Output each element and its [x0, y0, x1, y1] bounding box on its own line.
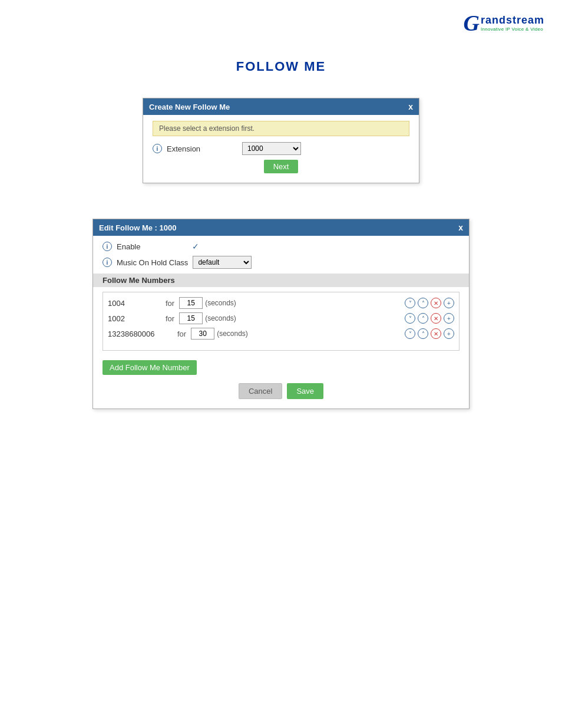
action-icons-3: ˅ ˄ ✕ + — [405, 328, 454, 339]
add-follow-me-number-button[interactable]: Add Follow Me Number — [103, 360, 197, 375]
logo-tagline: Innovative IP Voice & Video — [481, 27, 544, 32]
follow-number-1: 1004 — [108, 299, 161, 308]
create-dialog-header: Create New Follow Me x — [143, 98, 419, 115]
up-icon-3[interactable]: ˄ — [418, 328, 428, 339]
enable-row: i Enable ✓ — [103, 242, 459, 251]
for-text-1: for — [166, 299, 174, 308]
seconds-label-1: (seconds) — [205, 299, 236, 307]
follow-number-3: 13238680006 — [108, 330, 173, 338]
seconds-input-2[interactable] — [179, 312, 203, 324]
edit-dialog: Edit Follow Me : 1000 x i Enable ✓ i Mus… — [92, 219, 470, 409]
music-select[interactable]: default — [193, 256, 252, 269]
follow-number-row-1: 1004 for (seconds) ˅ ˄ ✕ + — [108, 297, 454, 309]
create-dialog-body: Please select a extension first. i Exten… — [143, 115, 419, 183]
seconds-input-3[interactable] — [191, 328, 214, 340]
logo-text-block: randstream Innovative IP Voice & Video — [481, 14, 544, 32]
cancel-button[interactable]: Cancel — [239, 383, 282, 399]
add-icon-3[interactable]: + — [444, 328, 454, 339]
edit-dialog-title: Edit Follow Me : 1000 — [99, 223, 176, 232]
edit-dialog-body: i Enable ✓ i Music On Hold Class default… — [93, 236, 469, 409]
music-label: Music On Hold Class — [117, 258, 188, 267]
delete-icon-2[interactable]: ✕ — [431, 313, 441, 324]
edit-dialog-header: Edit Follow Me : 1000 x — [93, 219, 469, 236]
extension-select[interactable]: 1000 — [242, 142, 301, 155]
logo-brand: randstream — [481, 14, 544, 27]
enable-check-area: ✓ — [192, 242, 199, 251]
follow-numbers-section-header: Follow Me Numbers — [93, 274, 469, 287]
bottom-btn-row: Cancel Save — [103, 383, 459, 399]
create-dialog-close[interactable]: x — [408, 102, 413, 111]
follow-number-2: 1002 — [108, 314, 161, 323]
action-icons-1: ˅ ˄ ✕ + — [405, 298, 454, 308]
delete-icon-3[interactable]: ✕ — [431, 328, 441, 339]
down-icon-2[interactable]: ˅ — [405, 313, 415, 324]
logo-g-letter: G — [464, 12, 480, 34]
follow-numbers-area: 1004 for (seconds) ˅ ˄ ✕ + 1002 for — [103, 292, 459, 351]
up-icon-1[interactable]: ˄ — [418, 298, 428, 308]
for-text-3: for — [177, 330, 186, 338]
delete-icon-1[interactable]: ✕ — [431, 298, 441, 308]
enable-label: Enable — [117, 242, 187, 251]
page-title: FOLLOW ME — [0, 59, 562, 74]
extension-info-icon: i — [153, 144, 162, 153]
enable-info-icon: i — [103, 242, 112, 251]
down-icon-3[interactable]: ˅ — [405, 328, 415, 339]
add-icon-1[interactable]: + — [444, 298, 454, 308]
up-icon-2[interactable]: ˄ — [418, 313, 428, 324]
logo: G randstream Innovative IP Voice & Video — [464, 12, 545, 34]
for-text-2: for — [166, 314, 174, 323]
extension-row: i Extension 1000 — [153, 142, 409, 155]
create-dialog: Create New Follow Me x Please select a e… — [143, 98, 419, 183]
edit-dialog-close[interactable]: x — [458, 223, 463, 232]
seconds-input-1[interactable] — [179, 297, 203, 309]
seconds-label-2: (seconds) — [205, 314, 236, 322]
enable-checkmark: ✓ — [192, 242, 199, 251]
seconds-label-3: (seconds) — [217, 330, 248, 338]
dialogs-area: Create New Follow Me x Please select a e… — [0, 98, 562, 409]
follow-number-row-2: 1002 for (seconds) ˅ ˄ ✕ + — [108, 312, 454, 324]
create-dialog-warning: Please select a extension first. — [153, 121, 409, 136]
save-button[interactable]: Save — [287, 383, 323, 399]
extension-label: Extension — [167, 144, 237, 153]
follow-number-row-3: 13238680006 for (seconds) ˅ ˄ ✕ + — [108, 328, 454, 340]
add-icon-2[interactable]: + — [444, 313, 454, 324]
down-icon-1[interactable]: ˅ — [405, 298, 415, 308]
next-btn-row: Next — [153, 160, 409, 173]
music-info-icon: i — [103, 258, 112, 267]
create-dialog-title: Create New Follow Me — [149, 103, 230, 111]
next-button[interactable]: Next — [264, 160, 299, 173]
music-row: i Music On Hold Class default — [103, 256, 459, 269]
action-icons-2: ˅ ˄ ✕ + — [405, 313, 454, 324]
